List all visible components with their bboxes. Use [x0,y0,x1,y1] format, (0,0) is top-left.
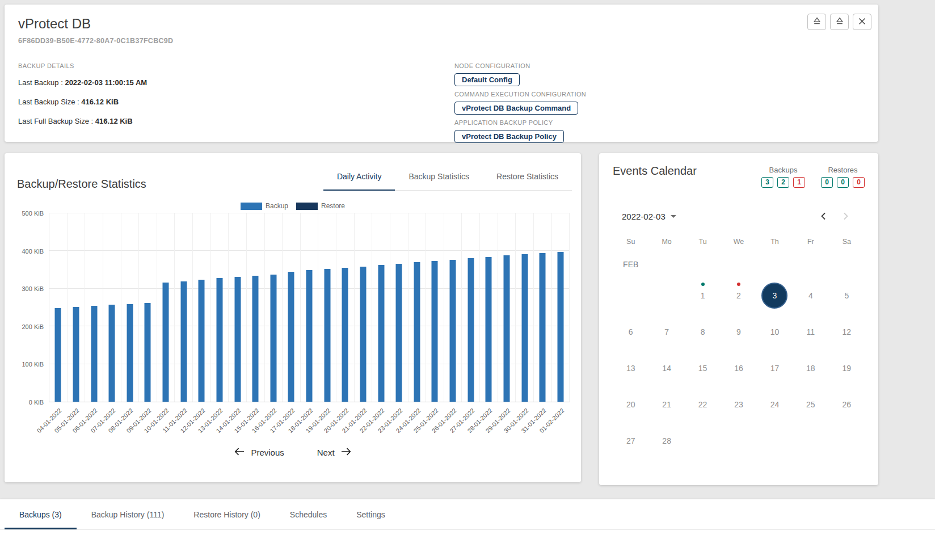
tab-schedules[interactable]: Schedules [275,499,342,529]
calendar-day[interactable]: 11 [793,314,828,350]
backup-bar [145,303,151,402]
calendar-day[interactable]: 18 [793,350,828,386]
restore-button[interactable] [830,14,849,30]
previous-button[interactable]: Previous [234,448,284,457]
calendar-day[interactable]: 17 [757,350,793,386]
backup-bar [306,270,313,402]
weekday-header: Sa [829,232,865,251]
weekday-header: Tu [685,232,721,251]
bar-column [139,213,157,402]
calendar-day[interactable]: 4 [793,277,828,314]
calendar-day[interactable]: 28 [648,423,684,459]
day-number: 14 [662,364,671,373]
calendar-day[interactable]: 5 [829,277,865,314]
tab-restore-history[interactable]: Restore History (0) [179,499,275,529]
calendar-empty [757,423,793,459]
node-config-button[interactable]: Default Config [454,73,520,86]
day-number: 7 [664,327,669,336]
calendar-day[interactable]: 6 [613,314,648,350]
date-selector[interactable]: 2022-02-03 [622,212,676,221]
calendar-day[interactable]: 25 [793,386,828,423]
backup-bar [180,281,187,402]
backups-total-badge: 3 [761,177,773,188]
backup-bar [432,261,438,402]
backup-button[interactable] [807,14,826,30]
calendar-day[interactable]: 23 [721,386,756,423]
backup-swatch [241,203,262,210]
backup-bar [91,306,97,402]
bar-column [390,213,408,402]
backup-command-button[interactable]: vProtect DB Backup Command [454,102,578,115]
previous-month-button[interactable] [818,210,829,222]
x-axis-labels: 04-01-202205-01-202206-01-202207-01-2022… [49,402,570,444]
backup-bar [342,268,348,402]
tab-backups[interactable]: Backups (3) [5,499,77,529]
instance-uuid: 6F86DD39-B50E-4772-80A7-0C1B37FCBC9D [18,37,865,45]
calendar-day[interactable]: 8 [685,314,721,350]
calendar-day[interactable]: 16 [721,350,756,386]
next-button[interactable]: Next [317,448,351,457]
bar-column [68,213,86,402]
calendar-day[interactable]: 3 [757,277,793,314]
day-number: 19 [842,364,851,373]
restore-icon [835,16,844,28]
calendar-day[interactable]: 19 [829,350,865,386]
calendar-day[interactable]: 10 [757,314,793,350]
legend-backup: Backup [241,202,288,210]
next-month-button[interactable] [840,210,851,222]
chart-pagination: Previous Next [14,448,572,457]
calendar-day[interactable]: 12 [829,314,865,350]
chart-area: 0 KiB100 KiB200 KiB300 KiB400 KiB500 KiB… [14,213,572,444]
tab-backup-history[interactable]: Backup History (111) [77,499,179,529]
legend-restore-label: Restore [321,202,345,210]
calendar-day[interactable]: 9 [721,314,756,350]
day-number: 16 [734,364,743,373]
day-number: 4 [808,291,813,300]
backup-bar [199,280,205,402]
day-number: 9 [736,327,741,336]
backups-failed-badge: 1 [793,177,805,188]
backup-bar [557,252,563,402]
weekday-header: We [721,232,756,251]
calendar-day[interactable]: 14 [648,350,684,386]
calendar-empty [793,423,828,459]
calendar-day[interactable]: 15 [685,350,721,386]
statistics-card: Backup/Restore Statistics Daily Activity… [5,153,581,482]
bottom-tab-bar: Backups (3) Backup History (111) Restore… [0,499,935,560]
tab-backup-statistics[interactable]: Backup Statistics [395,163,483,191]
calendar-day[interactable]: 2 [721,277,756,314]
backup-bar [360,267,366,402]
calendar-day[interactable]: 13 [613,350,648,386]
arrow-left-icon [234,448,245,457]
tab-restore-statistics[interactable]: Restore Statistics [483,163,572,191]
last-backup-row: Last Backup : 2022-02-03 11:00:15 AM [18,78,147,87]
tab-daily-activity[interactable]: Daily Activity [323,163,395,191]
month-row-spacer [793,251,828,277]
events-calendar-title: Events Calendar [613,165,697,178]
calendar-day[interactable]: 20 [613,386,648,423]
calendar-day[interactable]: 1 [685,277,721,314]
backup-bar [288,272,294,402]
weekday-header: Fr [793,232,828,251]
backup-policy-button[interactable]: vProtect DB Backup Policy [454,130,564,143]
close-button[interactable] [853,14,871,30]
bar-column [426,213,444,402]
calendar-day[interactable]: 22 [685,386,721,423]
day-number: 13 [626,364,635,373]
month-row-spacer [757,251,793,277]
day-number: 22 [698,400,707,409]
day-number: 12 [842,327,851,336]
backup-bar [468,258,474,402]
calendar-day[interactable]: 26 [829,386,865,423]
calendar-day[interactable]: 24 [757,386,793,423]
backup-bar [252,276,259,402]
bottom-tabs: Backups (3) Backup History (111) Restore… [0,499,935,530]
last-full-backup-size-value: 416.12 KiB [95,117,133,125]
restores-badge-group: Restores 0 0 0 [821,166,865,188]
calendar-day[interactable]: 21 [648,386,684,423]
chevron-down-icon [671,215,676,218]
calendar-day[interactable]: 7 [648,314,684,350]
weekday-header: Th [757,232,793,251]
tab-settings[interactable]: Settings [342,499,400,529]
calendar-day[interactable]: 27 [613,423,648,459]
